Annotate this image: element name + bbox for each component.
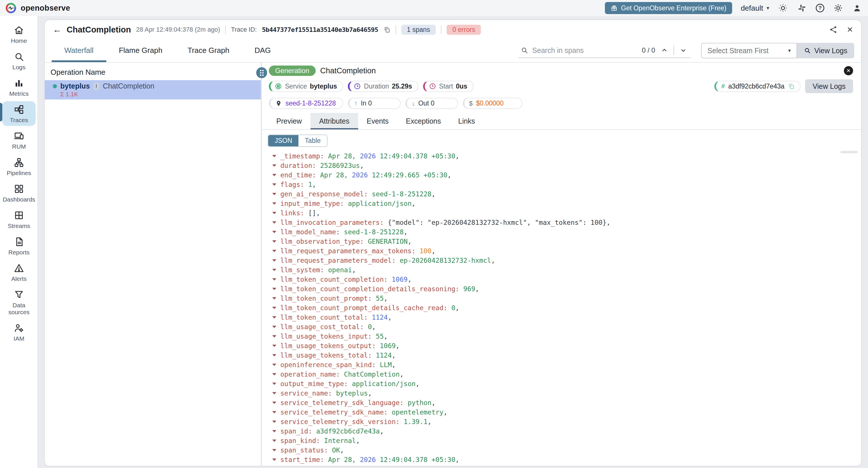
stream-select-dropdown[interactable]: Select Stream First ▾	[701, 43, 797, 58]
theme-icon[interactable]	[778, 3, 788, 13]
user-icon[interactable]	[852, 3, 862, 13]
get-enterprise-button[interactable]: Get OpenObserve Enterprise (Free)	[605, 2, 732, 14]
collapse-caret-icon[interactable]	[272, 307, 276, 309]
scrollbar-thumb[interactable]	[840, 151, 858, 153]
attribute-span_kind[interactable]: span_kind: Internal,	[272, 436, 861, 445]
collapse-caret-icon[interactable]	[272, 288, 276, 290]
slack-icon[interactable]	[797, 3, 807, 13]
sidebar-item-traces[interactable]: Traces	[2, 101, 36, 126]
collapse-caret-icon[interactable]	[272, 335, 276, 338]
collapse-caret-icon[interactable]	[272, 440, 276, 442]
attribute-service_name[interactable]: service_name: byteplus,	[272, 389, 861, 398]
attribute-llm_request_parameters_model[interactable]: llm_request_parameters_model: ep-2026042…	[272, 256, 861, 265]
collapse-caret-icon[interactable]	[272, 231, 276, 233]
attribute-end_time[interactable]: end_time: Apr 28, 2026 12:49:29.665 +05:…	[272, 171, 861, 180]
attribute-llm_model_name[interactable]: llm_model_name: seed-1-8-251228,	[272, 227, 861, 237]
close-details-icon[interactable]: ✕	[844, 66, 853, 75]
detail-tab-preview[interactable]: Preview	[268, 113, 310, 129]
collapse-caret-icon[interactable]	[272, 316, 276, 319]
back-button[interactable]: ←	[53, 25, 61, 34]
sidebar-item-iam[interactable]: IAM	[2, 320, 36, 344]
pane-resize-handle[interactable]	[256, 67, 267, 78]
sidebar-item-pipelines[interactable]: Pipelines	[2, 154, 36, 179]
collapse-caret-icon[interactable]	[272, 420, 276, 423]
close-icon[interactable]: ✕	[847, 25, 853, 34]
attribute-input_mime_type[interactable]: input_mime_type: application/json,	[272, 199, 861, 208]
collapse-caret-icon[interactable]	[272, 174, 276, 176]
sidebar-item-home[interactable]: Home	[2, 22, 36, 47]
attribute-service_telemetry_sdk_language[interactable]: service_telemetry_sdk_language: python,	[272, 398, 861, 408]
collapse-caret-icon[interactable]	[272, 278, 276, 281]
view-logs-button[interactable]: View Logs	[805, 79, 853, 93]
attribute-service_telemetry_sdk_name[interactable]: service_telemetry_sdk_name: opentelemetr…	[272, 408, 861, 417]
attribute-duration[interactable]: duration: 25286923us,	[272, 161, 861, 171]
collapse-caret-icon[interactable]	[272, 259, 276, 262]
attribute-output_mime_type[interactable]: output_mime_type: application/json,	[272, 379, 861, 389]
format-option-json[interactable]: JSON	[268, 135, 299, 146]
sidebar-item-rum[interactable]: RUM	[2, 128, 36, 152]
attribute-llm_request_parameters_max_tokens[interactable]: llm_request_parameters_max_tokens: 100,	[272, 246, 861, 256]
attribute-_timestamp[interactable]: _timestamp: Apr 28, 2026 12:49:04.378 +0…	[272, 151, 861, 161]
next-match-button[interactable]	[678, 45, 688, 56]
attribute-status_code[interactable]: status_code: 1,	[272, 465, 861, 466]
attribute-llm_token_count_total[interactable]: llm_token_count_total: 1124,	[272, 313, 861, 322]
collapse-caret-icon[interactable]	[272, 183, 276, 186]
collapse-caret-icon[interactable]	[272, 250, 276, 252]
help-icon[interactable]: ?	[816, 4, 824, 12]
collapse-caret-icon[interactable]	[272, 364, 276, 366]
attribute-gen_ai_response_model[interactable]: gen_ai_response_model: seed-1-8-251228,	[272, 189, 861, 199]
sidebar-item-alerts[interactable]: Alerts	[2, 260, 36, 285]
detail-tab-events[interactable]: Events	[358, 113, 397, 129]
collapse-caret-icon[interactable]	[272, 402, 276, 404]
collapse-caret-icon[interactable]	[272, 155, 276, 157]
attribute-start_time[interactable]: start_time: Apr 28, 2026 12:49:04.378 +0…	[272, 455, 861, 465]
copy-icon[interactable]	[383, 26, 390, 33]
tab-trace-graph[interactable]: Trace Graph	[175, 39, 242, 62]
sidebar-item-reports[interactable]: Reports	[2, 233, 36, 258]
attribute-llm_usage_tokens_total[interactable]: llm_usage_tokens_total: 1124,	[272, 351, 861, 360]
collapse-caret-icon[interactable]	[272, 240, 276, 243]
attribute-llm_usage_tokens_output[interactable]: llm_usage_tokens_output: 1069,	[272, 341, 861, 351]
attribute-llm_observation_type[interactable]: llm_observation_type: GENERATION,	[272, 237, 861, 246]
attribute-flags[interactable]: flags: 1,	[272, 180, 861, 189]
tab-flame-graph[interactable]: Flame Graph	[106, 39, 175, 62]
detail-tab-exceptions[interactable]: Exceptions	[397, 113, 450, 129]
sidebar-item-logs[interactable]: Logs	[2, 48, 36, 73]
collapse-caret-icon[interactable]	[272, 449, 276, 451]
attribute-operation_name[interactable]: operation_name: ChatCompletion,	[272, 370, 861, 379]
attribute-service_telemetry_sdk_version[interactable]: service_telemetry_sdk_version: 1.39.1,	[272, 417, 861, 427]
sidebar-item-streams[interactable]: Streams	[2, 207, 36, 232]
collapse-caret-icon[interactable]	[272, 354, 276, 356]
detail-tab-attributes[interactable]: Attributes	[310, 113, 358, 129]
attribute-llm_token_count_completion_details_reasoning[interactable]: llm_token_count_completion_details_reaso…	[272, 284, 861, 294]
prev-match-button[interactable]	[659, 45, 670, 56]
collapse-caret-icon[interactable]	[272, 212, 276, 214]
attribute-llm_token_count_completion[interactable]: llm_token_count_completion: 1069,	[272, 275, 861, 284]
view-logs-toolbar-button[interactable]: View Logs	[797, 43, 854, 58]
org-selector[interactable]: default ▾	[741, 4, 769, 13]
settings-icon[interactable]	[833, 3, 843, 13]
attribute-span_id[interactable]: span_id: a3df92cb6cd7e43a,	[272, 427, 861, 436]
sidebar-item-dashboards[interactable]: Dashboards	[2, 180, 36, 205]
collapse-caret-icon[interactable]	[272, 373, 276, 375]
sidebar-item-metrics[interactable]: Metrics	[2, 75, 36, 99]
attribute-llm_token_count_prompt_details_cache_read[interactable]: llm_token_count_prompt_details_cache_rea…	[272, 303, 861, 313]
tab-waterfall[interactable]: Waterfall	[52, 39, 106, 62]
attributes-json-view[interactable]: _timestamp: Apr 28, 2026 12:49:04.378 +0…	[262, 150, 861, 466]
collapse-caret-icon[interactable]	[272, 345, 276, 347]
tab-dag[interactable]: DAG	[242, 39, 283, 62]
collapse-caret-icon[interactable]	[272, 459, 276, 461]
search-in-spans-input[interactable]	[532, 46, 638, 55]
collapse-caret-icon[interactable]	[272, 297, 276, 299]
format-option-table[interactable]: Table	[299, 135, 327, 146]
collapse-caret-icon[interactable]	[272, 392, 276, 394]
collapse-caret-icon[interactable]	[272, 221, 276, 224]
attribute-llm_usage_tokens_input[interactable]: llm_usage_tokens_input: 55,	[272, 332, 861, 341]
collapse-caret-icon[interactable]	[272, 202, 276, 205]
attribute-llm_system[interactable]: llm_system: openai,	[272, 265, 861, 275]
collapse-caret-icon[interactable]	[272, 383, 276, 385]
sidebar-item-data-sources[interactable]: Data sources	[2, 286, 36, 318]
attribute-llm_usage_cost_total[interactable]: llm_usage_cost_total: 0,	[272, 322, 861, 332]
attribute-openinference_span_kind[interactable]: openinference_span_kind: LLM,	[272, 360, 861, 370]
collapse-caret-icon[interactable]	[272, 411, 276, 413]
